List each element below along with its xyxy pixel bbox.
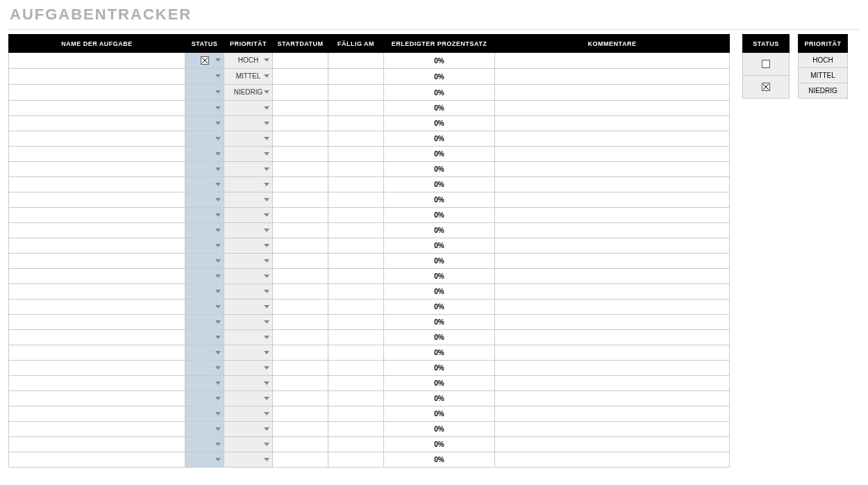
status-dropdown[interactable] xyxy=(185,238,224,254)
status-dropdown[interactable] xyxy=(185,406,224,422)
status-dropdown[interactable] xyxy=(185,284,224,299)
percent-done-cell[interactable]: 0% xyxy=(384,452,495,468)
due-date-cell[interactable] xyxy=(328,85,384,101)
task-name-cell[interactable] xyxy=(9,269,185,284)
task-name-cell[interactable] xyxy=(9,238,185,254)
task-name-cell[interactable] xyxy=(9,131,185,147)
due-date-cell[interactable] xyxy=(328,254,384,269)
percent-done-cell[interactable]: 0% xyxy=(384,437,495,452)
due-date-cell[interactable] xyxy=(328,361,384,376)
percent-done-cell[interactable]: 0% xyxy=(384,69,495,85)
priority-dropdown[interactable] xyxy=(224,422,273,437)
due-date-cell[interactable] xyxy=(328,437,384,452)
task-name-cell[interactable] xyxy=(9,330,185,345)
percent-done-cell[interactable]: 0% xyxy=(384,315,495,330)
task-name-cell[interactable] xyxy=(9,85,185,101)
comments-cell[interactable] xyxy=(495,345,730,361)
start-date-cell[interactable] xyxy=(273,269,328,284)
task-name-cell[interactable] xyxy=(9,437,185,452)
start-date-cell[interactable] xyxy=(273,376,328,391)
percent-done-cell[interactable]: 0% xyxy=(384,406,495,422)
status-dropdown[interactable] xyxy=(185,391,224,406)
status-dropdown[interactable] xyxy=(185,437,224,452)
due-date-cell[interactable] xyxy=(328,238,384,254)
percent-done-cell[interactable]: 0% xyxy=(384,254,495,269)
task-name-cell[interactable] xyxy=(9,452,185,468)
due-date-cell[interactable] xyxy=(328,101,384,116)
priority-dropdown[interactable] xyxy=(224,376,273,391)
status-dropdown[interactable] xyxy=(185,452,224,468)
task-name-cell[interactable] xyxy=(9,376,185,391)
status-dropdown[interactable] xyxy=(185,131,224,147)
priority-dropdown[interactable] xyxy=(224,208,273,223)
priority-dropdown[interactable] xyxy=(224,147,273,162)
due-date-cell[interactable] xyxy=(328,345,384,361)
due-date-cell[interactable] xyxy=(328,53,384,69)
due-date-cell[interactable] xyxy=(328,315,384,330)
comments-cell[interactable] xyxy=(495,192,730,208)
start-date-cell[interactable] xyxy=(273,238,328,254)
percent-done-cell[interactable]: 0% xyxy=(384,269,495,284)
percent-done-cell[interactable]: 0% xyxy=(384,147,495,162)
start-date-cell[interactable] xyxy=(273,437,328,452)
start-date-cell[interactable] xyxy=(273,361,328,376)
status-dropdown[interactable] xyxy=(185,192,224,208)
task-name-cell[interactable] xyxy=(9,101,185,116)
comments-cell[interactable] xyxy=(495,116,730,131)
due-date-cell[interactable] xyxy=(328,406,384,422)
priority-dropdown[interactable] xyxy=(224,238,273,254)
percent-done-cell[interactable]: 0% xyxy=(384,284,495,299)
priority-dropdown[interactable] xyxy=(224,192,273,208)
start-date-cell[interactable] xyxy=(273,69,328,85)
priority-dropdown[interactable] xyxy=(224,269,273,284)
comments-cell[interactable] xyxy=(495,162,730,177)
start-date-cell[interactable] xyxy=(273,223,328,238)
due-date-cell[interactable] xyxy=(328,162,384,177)
task-name-cell[interactable] xyxy=(9,361,185,376)
percent-done-cell[interactable]: 0% xyxy=(384,131,495,147)
percent-done-cell[interactable]: 0% xyxy=(384,345,495,361)
priority-dropdown[interactable] xyxy=(224,315,273,330)
start-date-cell[interactable] xyxy=(273,254,328,269)
start-date-cell[interactable] xyxy=(273,177,328,192)
priority-dropdown[interactable] xyxy=(224,452,273,468)
start-date-cell[interactable] xyxy=(273,131,328,147)
due-date-cell[interactable] xyxy=(328,131,384,147)
status-dropdown[interactable] xyxy=(185,101,224,116)
comments-cell[interactable] xyxy=(495,85,730,101)
start-date-cell[interactable] xyxy=(273,53,328,69)
start-date-cell[interactable] xyxy=(273,330,328,345)
due-date-cell[interactable] xyxy=(328,177,384,192)
priority-dropdown[interactable] xyxy=(224,345,273,361)
task-name-cell[interactable] xyxy=(9,147,185,162)
percent-done-cell[interactable]: 0% xyxy=(384,299,495,315)
start-date-cell[interactable] xyxy=(273,192,328,208)
comments-cell[interactable] xyxy=(495,208,730,223)
priority-dropdown[interactable] xyxy=(224,284,273,299)
start-date-cell[interactable] xyxy=(273,345,328,361)
task-name-cell[interactable] xyxy=(9,69,185,85)
comments-cell[interactable] xyxy=(495,284,730,299)
percent-done-cell[interactable]: 0% xyxy=(384,177,495,192)
percent-done-cell[interactable]: 0% xyxy=(384,361,495,376)
start-date-cell[interactable] xyxy=(273,101,328,116)
comments-cell[interactable] xyxy=(495,452,730,468)
comments-cell[interactable] xyxy=(495,238,730,254)
task-name-cell[interactable] xyxy=(9,406,185,422)
comments-cell[interactable] xyxy=(495,53,730,69)
due-date-cell[interactable] xyxy=(328,269,384,284)
due-date-cell[interactable] xyxy=(328,223,384,238)
start-date-cell[interactable] xyxy=(273,147,328,162)
status-dropdown[interactable] xyxy=(185,315,224,330)
percent-done-cell[interactable]: 0% xyxy=(384,330,495,345)
comments-cell[interactable] xyxy=(495,422,730,437)
percent-done-cell[interactable]: 0% xyxy=(384,223,495,238)
comments-cell[interactable] xyxy=(495,131,730,147)
percent-done-cell[interactable]: 0% xyxy=(384,208,495,223)
due-date-cell[interactable] xyxy=(328,284,384,299)
comments-cell[interactable] xyxy=(495,361,730,376)
comments-cell[interactable] xyxy=(495,223,730,238)
due-date-cell[interactable] xyxy=(328,192,384,208)
percent-done-cell[interactable]: 0% xyxy=(384,391,495,406)
status-dropdown[interactable] xyxy=(185,223,224,238)
